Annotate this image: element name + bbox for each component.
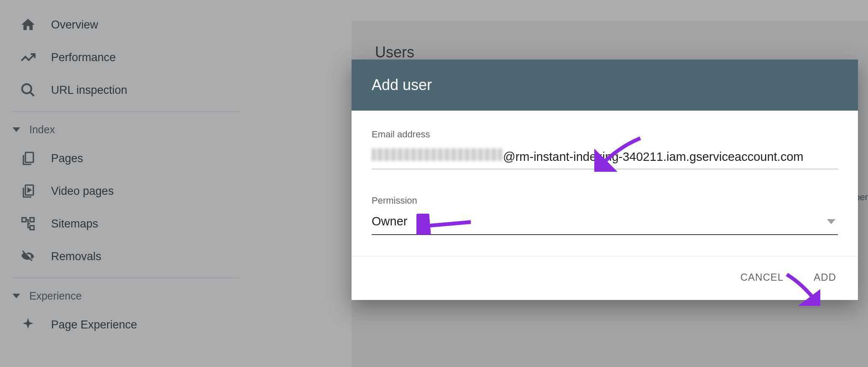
modal-footer: CANCEL ADD: [352, 256, 858, 300]
modal-body: Email address @rm-instant-indexing-34021…: [352, 111, 858, 256]
add-button[interactable]: ADD: [812, 268, 838, 287]
add-user-modal: Add user Email address @rm-instant-index…: [352, 59, 858, 300]
email-redacted-local: [372, 148, 502, 161]
modal-header: Add user: [352, 59, 858, 111]
dropdown-caret-icon: [827, 219, 835, 224]
modal-title: Add user: [372, 76, 838, 94]
permission-select[interactable]: Owner: [372, 215, 838, 235]
email-label: Email address: [372, 129, 838, 140]
email-value-domain: @rm-instant-indexing-340211.iam.gservice…: [503, 150, 804, 164]
cancel-button[interactable]: CANCEL: [739, 268, 785, 287]
permission-label: Permission: [372, 195, 838, 206]
email-field[interactable]: @rm-instant-indexing-340211.iam.gservice…: [372, 148, 838, 169]
permission-value: Owner: [372, 215, 407, 228]
